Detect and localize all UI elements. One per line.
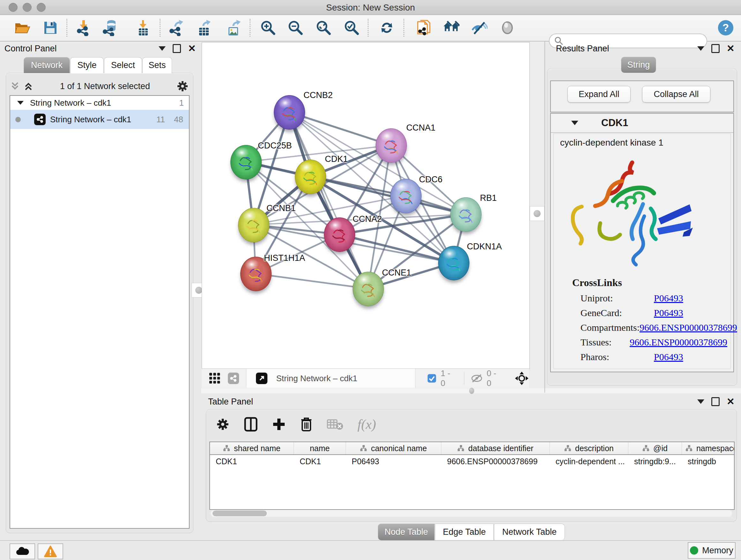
column-header-shared-name[interactable]: shared name bbox=[210, 442, 294, 454]
show-panel-button[interactable] bbox=[499, 19, 516, 36]
table-cell[interactable]: cyclin-dependent ... bbox=[550, 455, 628, 468]
collapse-all-icon[interactable] bbox=[10, 81, 20, 91]
table-cell[interactable]: CDK1 bbox=[294, 455, 346, 468]
zoom-in-button[interactable] bbox=[260, 19, 276, 36]
tab-network[interactable]: Network bbox=[23, 57, 70, 73]
save-session-button[interactable] bbox=[42, 19, 59, 36]
network-options-gear-icon[interactable] bbox=[176, 80, 189, 92]
table-panel-close-icon[interactable]: ✕ bbox=[727, 398, 735, 405]
selected-checkbox-icon[interactable] bbox=[427, 373, 436, 383]
network-node-CDKN1A[interactable] bbox=[438, 246, 469, 280]
cloud-status-button[interactable] bbox=[10, 543, 35, 559]
network-node-CCNE1[interactable] bbox=[353, 272, 384, 306]
open-session-button[interactable] bbox=[14, 19, 30, 36]
scrollbar-thumb[interactable] bbox=[212, 510, 267, 516]
gene-expander-icon[interactable] bbox=[571, 121, 578, 125]
collection-expander-icon[interactable] bbox=[17, 101, 23, 105]
table-horizontal-scrollbar[interactable] bbox=[211, 510, 732, 517]
crosslink-value-link[interactable]: P06493 bbox=[654, 307, 683, 318]
column-header-database-identifier[interactable]: database identifier bbox=[441, 442, 550, 454]
column-header-name[interactable]: name bbox=[294, 442, 346, 454]
results-panel-close-icon[interactable]: ✕ bbox=[727, 45, 735, 52]
tab-style[interactable]: Style bbox=[70, 57, 104, 73]
network-node-CCNA1[interactable] bbox=[376, 128, 407, 163]
control-panel-float-icon[interactable] bbox=[173, 44, 181, 53]
zoom-out-button[interactable] bbox=[287, 19, 304, 36]
control-panel-close-icon[interactable]: ✕ bbox=[188, 45, 196, 52]
protein-thumbnail-icon bbox=[231, 145, 261, 179]
control-panel-collapse-icon[interactable] bbox=[158, 46, 165, 51]
tab-string[interactable]: String bbox=[621, 57, 656, 73]
import-network-file-button[interactable] bbox=[75, 19, 92, 36]
zoom-selected-button[interactable] bbox=[343, 19, 360, 36]
column-header-canonical-name[interactable]: canonical name bbox=[346, 442, 441, 454]
network-node-CCNB2[interactable] bbox=[274, 95, 305, 130]
open-in-window-icon[interactable] bbox=[256, 373, 267, 384]
column-header-namespace[interactable]: namespace bbox=[682, 442, 735, 454]
memory-status-button[interactable]: Memory bbox=[688, 542, 736, 559]
delete-column-trash-icon[interactable] bbox=[300, 417, 313, 432]
hidden-eye-slash-icon[interactable] bbox=[471, 373, 483, 383]
gene-entry-body: cyclin-dependent kinase 1 CrossLinks Uni… bbox=[553, 133, 731, 369]
horizontal-splitter-handle[interactable] bbox=[469, 388, 474, 394]
import-table-file-button[interactable] bbox=[135, 19, 151, 36]
network-node-CCNA2[interactable] bbox=[324, 217, 355, 252]
network-node-CDK1[interactable] bbox=[295, 160, 326, 194]
results-panel-collapse-icon[interactable] bbox=[697, 46, 704, 51]
table-panel-collapse-icon[interactable] bbox=[697, 399, 704, 404]
table-cell[interactable]: stringdb:9... bbox=[628, 455, 682, 468]
crosslink-value-link[interactable]: 9606.ENSP00000378699 bbox=[639, 322, 737, 333]
network-node-CDC25B[interactable] bbox=[230, 145, 262, 179]
warning-status-button[interactable] bbox=[38, 543, 63, 559]
column-header-description[interactable]: description bbox=[550, 442, 628, 454]
collapse-all-button[interactable]: Collapse All bbox=[642, 86, 711, 103]
refresh-network-button[interactable] bbox=[379, 19, 395, 36]
network-view-share-icon[interactable] bbox=[228, 373, 239, 384]
grid-view-icon[interactable] bbox=[209, 372, 221, 385]
network-node-CCNB1[interactable] bbox=[238, 208, 269, 242]
tab-edge-table[interactable]: Edge Table bbox=[435, 523, 494, 540]
table-cell[interactable]: 9606.ENSP00000378699 bbox=[441, 455, 550, 468]
tab-sets[interactable]: Sets bbox=[142, 57, 172, 73]
table-panel-float-icon[interactable] bbox=[711, 397, 720, 406]
gene-entry-header[interactable]: CDK1 bbox=[551, 114, 733, 133]
crosslink-value-link[interactable]: P06493 bbox=[654, 352, 683, 362]
hide-results-button[interactable] bbox=[471, 19, 488, 36]
network-edge-CCNE1-HIST1H1A[interactable] bbox=[256, 273, 368, 289]
import-network-database-button[interactable] bbox=[102, 19, 119, 36]
table-cell[interactable]: P06493 bbox=[346, 455, 441, 468]
network-tree: String Network – cdk1 1 String Network –… bbox=[10, 95, 190, 529]
right-splitter-handle[interactable] bbox=[530, 206, 544, 221]
column-namespace-icon bbox=[457, 445, 464, 452]
network-node-RB1[interactable] bbox=[450, 197, 482, 232]
network-row-selected[interactable]: String Network – cdk1 11 48 bbox=[10, 110, 189, 129]
zoom-fit-button[interactable] bbox=[315, 19, 332, 36]
table-cell[interactable]: CDK1 bbox=[210, 455, 294, 468]
export-table-button[interactable] bbox=[196, 19, 212, 36]
string-protein-query-button[interactable] bbox=[415, 19, 432, 36]
birds-eye-view-icon[interactable] bbox=[515, 371, 529, 386]
export-image-button[interactable] bbox=[225, 19, 242, 36]
create-column-plus-icon[interactable] bbox=[272, 417, 286, 431]
string-home-button[interactable] bbox=[443, 19, 460, 36]
help-button[interactable]: ? bbox=[718, 19, 734, 36]
tab-node-table[interactable]: Node Table bbox=[378, 523, 434, 540]
table-row[interactable]: CDK1CDK1P064939606.ENSP00000378699cyclin… bbox=[210, 455, 734, 468]
tab-network-table[interactable]: Network Table bbox=[494, 523, 565, 540]
crosslink-label: GeneCard: bbox=[581, 307, 654, 318]
crosslink-value-link[interactable]: 9606.ENSP00000378699 bbox=[630, 337, 727, 348]
crosslink-value-link[interactable]: P06493 bbox=[654, 293, 683, 304]
current-network-name: String Network – cdk1 bbox=[276, 374, 357, 383]
results-panel-float-icon[interactable] bbox=[711, 44, 720, 53]
expand-all-button[interactable]: Expand All bbox=[567, 86, 630, 103]
table-options-gear-icon[interactable] bbox=[216, 417, 230, 431]
column-header--id[interactable]: @id bbox=[628, 442, 682, 454]
tab-select[interactable]: Select bbox=[104, 57, 142, 73]
network-collection-row[interactable]: String Network – cdk1 1 bbox=[10, 96, 189, 110]
export-network-button[interactable] bbox=[168, 19, 185, 36]
table-cell[interactable]: stringdb bbox=[682, 455, 735, 468]
expand-all-icon[interactable] bbox=[23, 81, 34, 91]
show-columns-icon[interactable] bbox=[244, 417, 258, 432]
network-view-canvas[interactable]: CCNB2CCNA1CDC25BCDK1CDC6RB1CCNB1CCNA2CDK… bbox=[202, 42, 530, 369]
network-node-CDC6[interactable] bbox=[390, 179, 421, 213]
